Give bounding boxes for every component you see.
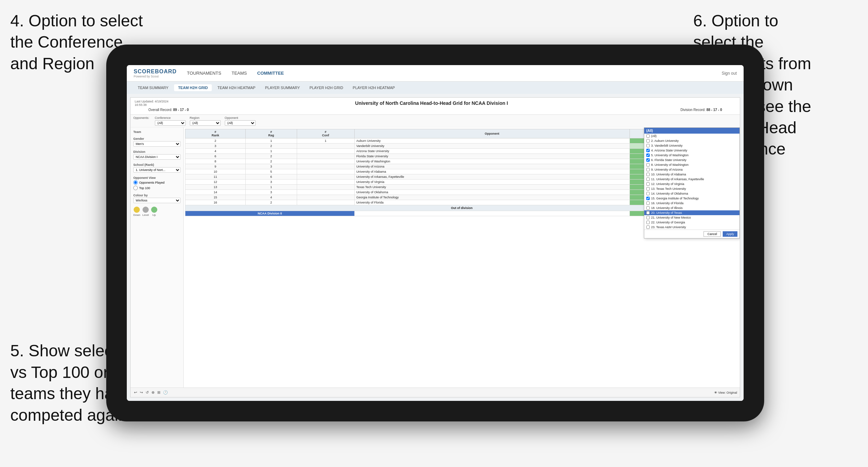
cell-opponent: University of Oklahoma [354, 190, 629, 195]
table-area: #Rank #Rag #Conf Opponent Win Loss 2 [184, 127, 740, 388]
cell-rank: 16 [185, 200, 246, 205]
cell-rank: 14 [185, 190, 246, 195]
subnav-team-summary[interactable]: TEAM SUMMARY [134, 84, 173, 91]
cell-rag: 2 [246, 154, 297, 159]
dropdown-footer: Cancel Apply [644, 230, 739, 238]
cell-conf [297, 169, 354, 174]
dropdown-item[interactable]: 22. University of Georgia [644, 220, 739, 225]
top-nav: SCOREBOARD Powered by Scout TOURNAMENTS … [127, 65, 744, 82]
cell-rag: 2 [246, 159, 297, 164]
dropdown-item[interactable]: 20. University of Texas [644, 210, 739, 215]
cell-conf [297, 185, 354, 190]
dropdown-item[interactable]: 15. Georgia Institute of Technology [644, 196, 739, 201]
dropdown-item[interactable]: 8. University of Washington [644, 162, 739, 167]
col-opponent: Opponent [354, 129, 629, 138]
cell-rank: 2 [185, 138, 246, 144]
dropdown-list[interactable]: (All) 2. Auburn University 3. Vanderbilt… [644, 134, 739, 230]
filter-conference: Conference (All) [155, 116, 186, 126]
cell-rank: 4 [185, 149, 246, 154]
filters-area: Opponents: Conference (All) Region (All) [131, 115, 740, 127]
dropdown-item[interactable]: 9. University of Arizona [644, 167, 739, 172]
dropdown-item[interactable]: 2. Auburn University [644, 138, 739, 143]
subnav-team-h2h-heatmap[interactable]: TEAM H2H HEATMAP [213, 84, 259, 91]
radio-top-100[interactable]: Top 100 [133, 186, 181, 190]
apply-button[interactable]: Apply [723, 231, 737, 237]
reset-icon[interactable]: ↺ [145, 390, 149, 395]
cell-conf [297, 154, 354, 159]
paste-icon[interactable]: ⊞ [157, 390, 161, 395]
tablet-frame: SCOREBOARD Powered by Scout TOURNAMENTS … [106, 45, 764, 421]
subnav-player-h2h-grid[interactable]: PLAYER H2H GRID [305, 84, 347, 91]
nav-signout[interactable]: Sign out [722, 71, 737, 76]
dropdown-item[interactable]: 12. University of Virginia [644, 182, 739, 186]
clock-icon[interactable]: 🕐 [162, 390, 169, 395]
col-rank: #Rank [185, 129, 246, 138]
nav-teams[interactable]: TEAMS [232, 69, 247, 77]
legend-level-dot [143, 207, 149, 213]
opponent-select[interactable]: (All) [225, 120, 256, 126]
left-sidebar: Team Gender Men's Division NCAA Division… [131, 127, 184, 388]
cell-conf [297, 180, 354, 185]
report-header: Last Updated: 4/19/2024 16:55:38 Univers… [131, 98, 740, 115]
radio-opponents-played[interactable]: Opponents Played [133, 180, 181, 185]
subnav-team-h2h-grid[interactable]: TEAM H2H GRID [174, 84, 212, 91]
dropdown-item[interactable]: 4. Arizona State University [644, 148, 739, 153]
dropdown-item[interactable]: (All) [644, 134, 739, 138]
sidebar-team: Team [133, 130, 181, 134]
dropdown-item[interactable]: 10. University of Alabama [644, 172, 739, 177]
record-row: Overall Record: 89 - 17 - 0 Division Rec… [135, 107, 736, 112]
dropdown-item[interactable]: 6. Florida State University [644, 158, 739, 162]
dropdown-item[interactable]: 13. Texas Tech University [644, 186, 739, 191]
cell-opponent: University of Florida [354, 200, 629, 205]
gender-select[interactable]: Men's [133, 141, 181, 147]
sidebar-opponent-view: Opponent View Opponents Played Top 100 [133, 176, 181, 190]
dropdown-overlay: (All) (All) 2. Auburn University 3. Vand… [644, 127, 740, 238]
cell-opponent: Arizona State University [354, 149, 629, 154]
dropdown-item[interactable]: 23. Texas A&M University [644, 225, 739, 230]
dropdown-item[interactable]: 21. University of New Mexico [644, 215, 739, 220]
cell-conf [297, 190, 354, 195]
cell-rank: 3 [185, 144, 246, 149]
nav-items: TOURNAMENTS TEAMS COMMITTEE [187, 69, 722, 77]
cell-conf [297, 144, 354, 149]
nav-committee[interactable]: COMMITTEE [257, 69, 284, 77]
region-select[interactable]: (All) [190, 120, 221, 126]
opponents-label: Opponents: [133, 116, 149, 120]
cell-rank: 12 [185, 180, 246, 185]
cell-rag: 5 [246, 169, 297, 174]
cell-rag: 3 [246, 190, 297, 195]
cell-rag: 3 [246, 180, 297, 185]
cell-rag: 4 [246, 195, 297, 200]
nav-tournaments[interactable]: TOURNAMENTS [187, 69, 221, 77]
cell-opponent: Auburn University [354, 138, 629, 144]
cancel-button[interactable]: Cancel [704, 231, 721, 237]
undo-icon[interactable]: ↩ [133, 390, 138, 395]
dropdown-item[interactable]: 14. University of Oklahoma [644, 191, 739, 196]
content-split: Team Gender Men's Division NCAA Division… [131, 127, 740, 388]
col-conf: #Conf [297, 129, 354, 138]
dropdown-item[interactable]: 3. Vanderbilt University [644, 143, 739, 148]
dropdown-item[interactable]: 18. University of Illinois [644, 206, 739, 210]
colour-by-select[interactable]: Win/loss [133, 198, 181, 203]
redo-icon[interactable]: ↪ [139, 390, 144, 395]
logo-sub: Powered by Scout [134, 75, 177, 78]
cell-rank: 13 [185, 185, 246, 190]
dropdown-header: (All) [644, 128, 739, 134]
conference-select[interactable]: (All) [155, 120, 186, 126]
subnav-player-h2h-heatmap[interactable]: PLAYER H2H HEATMAP [349, 84, 399, 91]
dropdown-item[interactable]: 5. University of Washington [644, 153, 739, 158]
division-select[interactable]: NCAA Division I [133, 154, 181, 160]
cell-rag: 6 [246, 174, 297, 180]
copy-icon[interactable]: ⊕ [151, 390, 155, 395]
cell-rank: 10 [185, 169, 246, 174]
toolbar: ↩ ↪ ↺ ⊕ ⊞ 🕐 👁 View: Original [131, 388, 740, 397]
sidebar-division: Division NCAA Division I [133, 150, 181, 160]
cell-ncaa-label: NCAA Division II [185, 211, 355, 216]
cell-conf [297, 174, 354, 180]
dropdown-item[interactable]: 16. University of Florida [644, 201, 739, 206]
cell-rag: 1 [246, 185, 297, 190]
school-select[interactable]: 1. University of Nort... [133, 167, 181, 173]
legend-up-dot [151, 207, 157, 213]
subnav-player-summary[interactable]: PLAYER SUMMARY [261, 84, 304, 91]
dropdown-item[interactable]: 11. University of Arkansas, Fayetteville [644, 177, 739, 182]
